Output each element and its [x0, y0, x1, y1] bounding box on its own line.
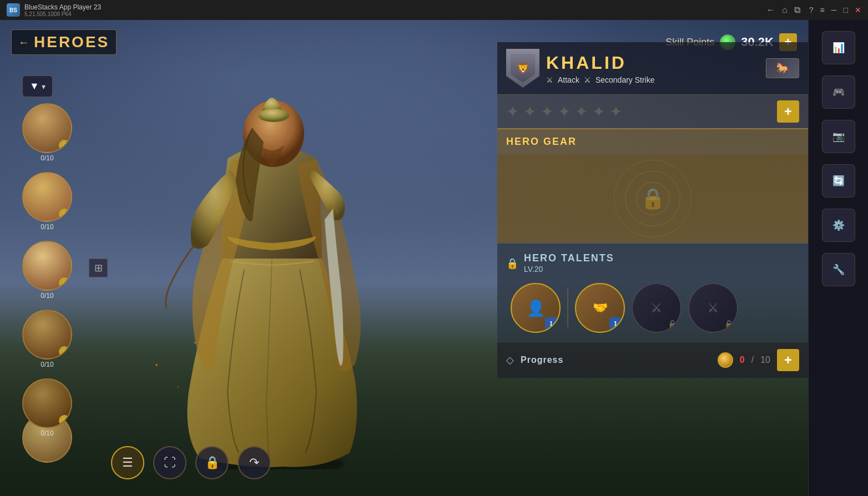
sidebar-btn-5[interactable]: ⚙️ — [822, 209, 855, 242]
talent-skill-icon-2: 🤝 — [593, 301, 608, 315]
frame-icon: ⛶ — [164, 455, 176, 470]
hero-item-1[interactable]: 🔒 — [22, 103, 72, 153]
close-btn[interactable]: ✕ — [855, 6, 861, 14]
toolbar-lock-button[interactable]: 🔒 — [195, 446, 229, 479]
grid-icon: ⊞ — [94, 262, 103, 274]
list-item: 🔒 0/10 — [22, 241, 72, 300]
hero-item-4[interactable]: 🔒 — [22, 310, 72, 360]
progress-max: 10 — [760, 355, 770, 365]
toolbar-list-button[interactable]: ☰ — [111, 446, 144, 479]
hero-talents-header: 🔒 HERO TALENTS LV.20 — [506, 252, 799, 274]
secondary-skill-label: Secondary Strike — [596, 75, 655, 84]
list-item: 🔒 0/10 — [22, 310, 72, 368]
hero-list: 🔒 0/10 🔒 0/10 🔒 0/10 🔒 0/10 🔒 — [22, 103, 72, 439]
progress-current: 0 — [740, 355, 745, 365]
gear-placeholder: 🔒 — [597, 160, 708, 237]
hero-count-4: 0/10 — [22, 361, 72, 368]
hero-gear-header: HERO GEAR — [497, 129, 808, 154]
gear-circle-inner — [636, 182, 669, 215]
title-bar-left: BS BlueStacks App Player 23 5.21.505.100… — [7, 3, 101, 17]
hero-svg — [111, 48, 444, 469]
hero-gear-section: HERO GEAR 🔒 — [497, 128, 808, 243]
secondary-skill-icon: ⚔ — [584, 75, 591, 84]
hero-lock-icon-5: 🔒 — [59, 415, 70, 426]
back-button[interactable]: ← HEROES — [11, 29, 117, 55]
title-bar: BS BlueStacks App Player 23 5.21.505.100… — [0, 0, 868, 20]
star-5: ✦ — [575, 103, 588, 121]
talent-skills-row: 👤 1 🤝 1 ⚔ 🔒 ⚔ 🔒 — [506, 283, 799, 333]
nav-back-btn[interactable]: ← — [766, 5, 775, 15]
talents-lock-icon: 🔒 — [506, 257, 518, 270]
nav-buttons: ← ⌂ ⧉ — [766, 5, 800, 15]
grid-view-button[interactable]: ⊞ — [89, 259, 108, 277]
lock-icon: 🔒 — [205, 455, 220, 470]
game-area: ← HEROES Skill Points 30.2K + ▼ ▾ 🔒 0/10… — [0, 20, 808, 496]
talent-skill-3[interactable]: ⚔ 🔒 — [632, 283, 682, 333]
back-icon: ← — [18, 36, 29, 49]
hero-shield: 🦁 — [506, 49, 539, 88]
sidebar-btn-1[interactable]: 📊 — [822, 31, 855, 64]
star-1: ✦ — [506, 103, 519, 121]
star-2: ✦ — [523, 103, 536, 121]
filter-button[interactable]: ▼ ▾ — [22, 75, 53, 97]
talent-skill-2[interactable]: 🤝 1 — [575, 283, 625, 333]
hero-lock-icon-1: 🔒 — [59, 140, 70, 151]
progress-separator: / — [751, 355, 754, 365]
sidebar-icon-6: 🔧 — [832, 264, 845, 276]
nav-copy-btn[interactable]: ⧉ — [794, 5, 800, 15]
help-btn[interactable]: ? — [809, 6, 814, 14]
talent-skill-icon-1: 👤 — [526, 299, 546, 317]
progress-diamond-icon: ◇ — [506, 354, 514, 366]
toolbar-rotate-button[interactable]: ↷ — [238, 446, 271, 479]
talent-lock-4: 🔒 — [724, 320, 734, 328]
app-version: 5.21.505.1008 P64 — [24, 11, 101, 17]
minimize-btn[interactable]: ─ — [831, 6, 837, 14]
shield-icon: 🦁 — [516, 62, 530, 75]
nav-home-btn[interactable]: ⌂ — [782, 5, 788, 15]
window-controls: ? ≡ ─ □ ✕ — [809, 6, 861, 14]
sidebar-btn-6[interactable]: 🔧 — [822, 253, 855, 286]
progress-coin-icon — [718, 352, 733, 368]
talent-skill-4[interactable]: ⚔ 🔒 — [688, 283, 738, 333]
horse-button[interactable]: 🐎 — [766, 58, 799, 78]
chevron-down-icon: ▾ — [42, 82, 46, 91]
talent-skill-1[interactable]: 👤 1 — [511, 283, 561, 333]
talent-badge-1: 1 — [545, 317, 557, 330]
title-bar-controls: ← ⌂ ⧉ ? ≡ ─ □ ✕ — [766, 5, 861, 15]
attack-skill-icon: ⚔ — [546, 75, 553, 84]
sidebar-btn-4[interactable]: 🔄 — [822, 164, 855, 198]
sidebar-btn-2[interactable]: 🎮 — [822, 75, 855, 109]
hero-item-5[interactable]: 🔒 — [22, 378, 72, 428]
hero-figure — [111, 48, 444, 469]
sidebar-icon-1: 📊 — [832, 42, 845, 54]
hero-lock-icon-2: 🔒 — [59, 209, 70, 220]
sidebar-btn-3[interactable]: 📷 — [822, 120, 855, 153]
list-item: 🔒 0/10 — [22, 103, 72, 162]
app-logo: BS — [7, 3, 20, 17]
add-progress-button[interactable]: + — [777, 349, 799, 371]
talents-level: LV.20 — [524, 265, 543, 274]
talent-skill-icon-4: ⚔ — [707, 300, 719, 316]
hero-item-2[interactable]: 🔒 — [22, 172, 72, 222]
hero-count-5: 0/10 — [22, 429, 72, 437]
horse-icon: 🐎 — [776, 62, 790, 75]
hero-item-3[interactable]: 🔒 — [22, 241, 72, 291]
talents-title-group: HERO TALENTS LV.20 — [524, 252, 614, 274]
toolbar-frame-button[interactable]: ⛶ — [153, 446, 186, 479]
hero-skills-row: ⚔ Attack ⚔ Secondary Strike — [546, 75, 759, 84]
app-name: BlueStacks App Player 23 — [24, 3, 101, 11]
talents-title: HERO TALENTS — [524, 252, 614, 264]
sidebar-icon-2: 🎮 — [832, 86, 845, 98]
star-4: ✦ — [558, 103, 571, 121]
add-star-button[interactable]: + — [777, 100, 799, 123]
hero-gear-body: 🔒 — [497, 154, 808, 243]
sidebar-icon-3: 📷 — [832, 130, 845, 143]
maximize-btn[interactable]: □ — [844, 6, 848, 14]
shield-inner: 🦁 — [511, 54, 535, 83]
hero-talents-section: 🔒 HERO TALENTS LV.20 👤 1 🤝 1 — [497, 243, 808, 342]
hero-count-1: 0/10 — [22, 154, 72, 162]
hero-lock-icon-4: 🔒 — [59, 346, 70, 357]
menu-btn[interactable]: ≡ — [820, 6, 824, 14]
talent-lock-3: 🔒 — [668, 320, 677, 328]
svg-point-2 — [258, 109, 289, 122]
